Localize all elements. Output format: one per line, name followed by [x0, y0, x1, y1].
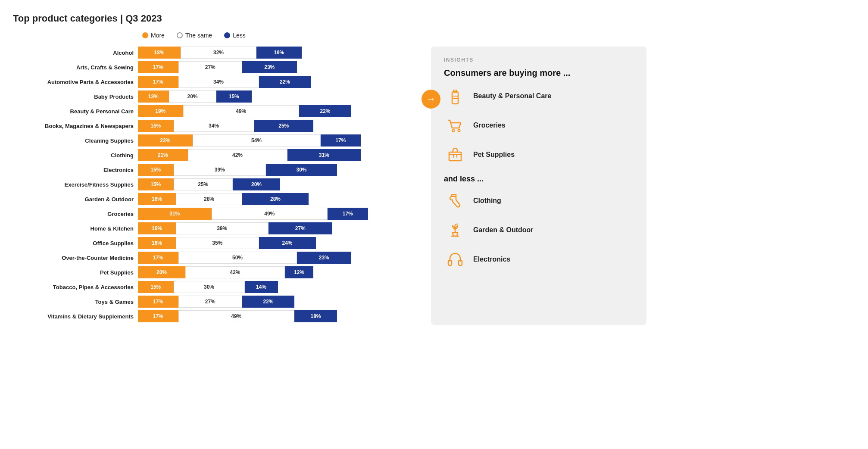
bar-same: 28% [176, 193, 242, 205]
insight-beauty: Beauty & Personal Care [444, 85, 634, 107]
bar-less: 31% [287, 149, 361, 161]
bar-group: 31%49%17% [138, 208, 422, 220]
bar-same: 27% [178, 61, 243, 73]
insight-groceries: Groceries [444, 114, 634, 137]
bar-less: 28% [242, 193, 309, 205]
clothing-label: Clothing [473, 197, 501, 205]
bar-group: 16%35%24% [138, 237, 422, 249]
bar-more: 17% [138, 296, 178, 308]
groceries-icon [444, 114, 466, 137]
bar-less: 25% [254, 120, 314, 132]
chart-row: Cleaning Supplies23%54%17% [13, 134, 422, 147]
svg-rect-0 [452, 92, 458, 104]
insight-clothing: Clothing [444, 190, 634, 212]
insight-garden: Garden & Outdoor [444, 219, 634, 241]
row-label: Vitamins & Dietary Supplements [13, 313, 138, 320]
bar-more: 15% [138, 164, 174, 176]
bar-more: 16% [138, 193, 176, 205]
chart-row: Electronics15%39%30% [13, 164, 422, 176]
bar-group: 17%34%22% [138, 76, 422, 88]
insights-panel: → INSIGHTS Consumers are buying more ...… [431, 47, 646, 325]
row-label: Beauty & Personal Care [13, 108, 138, 115]
same-label: The same [185, 32, 212, 39]
bar-less: 23% [297, 252, 352, 264]
bar-less: 14% [245, 281, 278, 293]
chart-row: Arts, Crafts & Sewing17%27%23% [13, 61, 422, 73]
row-label: Alcohol [13, 50, 138, 56]
chart-row: Exercise/Fitness Supplies15%25%20% [13, 178, 422, 190]
bar-more: 31% [138, 208, 212, 220]
less-heading: and less ... [444, 175, 634, 184]
row-label: Electronics [13, 167, 138, 173]
row-label: Exercise/Fitness Supplies [13, 181, 138, 188]
chart-row: Beauty & Personal Care19%49%22% [13, 105, 422, 117]
legend-same: The same [177, 32, 212, 39]
bar-less: 12% [285, 266, 313, 278]
bar-same: 34% [174, 120, 254, 132]
bar-group: 20%42%12% [138, 266, 422, 278]
groceries-label: Groceries [473, 122, 506, 129]
bar-same: 39% [176, 222, 269, 234]
bar-group: 21%42%31% [138, 149, 422, 161]
row-label: Arts, Crafts & Sewing [13, 64, 138, 71]
row-label: Tobacco, Pipes & Accessories [13, 284, 138, 290]
clothing-icon [444, 190, 466, 212]
pet-icon [444, 143, 466, 166]
chart-row: Vitamins & Dietary Supplements17%49%18% [13, 310, 422, 322]
bar-less: 19% [256, 47, 302, 59]
row-label: Pet Supplies [13, 269, 138, 276]
bar-same: 30% [174, 281, 245, 293]
bar-less: 22% [259, 76, 311, 88]
chart-row: Garden & Outdoor16%28%28% [13, 193, 422, 205]
same-dot [177, 32, 183, 38]
bar-more: 15% [138, 281, 174, 293]
less-label: Less [233, 32, 246, 39]
row-label: Automotive Parts & Accessories [13, 79, 138, 85]
bar-same: 35% [176, 237, 259, 249]
row-label: Over-the-Counter Medicine [13, 255, 138, 261]
bar-same: 42% [185, 266, 285, 278]
svg-point-4 [453, 130, 455, 132]
chart-row: Automotive Parts & Accessories17%34%22% [13, 76, 422, 88]
row-label: Office Supplies [13, 240, 138, 246]
bar-more: 17% [138, 76, 178, 88]
chart-row: Groceries31%49%17% [13, 208, 422, 220]
row-label: Toys & Games [13, 299, 138, 305]
electronics-label: Electronics [473, 256, 510, 263]
legend-less: Less [224, 32, 246, 39]
less-dot [224, 32, 230, 38]
bar-group: 15%34%25% [138, 120, 422, 132]
bar-group: 18%32%19% [138, 47, 422, 59]
legend: More The same Less [142, 32, 855, 39]
bar-less: 24% [259, 237, 316, 249]
bar-same: 34% [178, 76, 259, 88]
bar-same: 25% [174, 178, 233, 190]
chart-row: Books, Magazines & Newspapers15%34%25% [13, 120, 422, 132]
bar-group: 15%25%20% [138, 178, 422, 190]
bar-same: 54% [193, 134, 321, 147]
bar-same: 20% [169, 90, 216, 103]
garden-icon [444, 219, 466, 241]
chart-row: Pet Supplies20%42%12% [13, 266, 422, 278]
insights-heading: Consumers are buying more ... [444, 68, 634, 78]
row-label: Cleaning Supplies [13, 137, 138, 144]
bar-group: 16%28%28% [138, 193, 422, 205]
svg-rect-6 [449, 152, 461, 161]
row-label: Home & Kitchen [13, 225, 138, 232]
svg-point-5 [458, 130, 460, 132]
bar-group: 17%27%23% [138, 61, 422, 73]
bar-group: 17%49%18% [138, 310, 422, 322]
bar-less: 17% [321, 134, 361, 147]
bar-more: 16% [138, 222, 176, 234]
bar-same: 49% [212, 208, 328, 220]
bar-same: 27% [178, 296, 243, 308]
legend-more: More [142, 32, 165, 39]
bar-more: 15% [138, 178, 174, 190]
bar-more: 16% [138, 237, 176, 249]
bar-group: 15%39%30% [138, 164, 422, 176]
pet-label: Pet Supplies [473, 151, 515, 159]
bar-same: 49% [178, 310, 295, 322]
beauty-icon [444, 85, 466, 107]
more-label: More [151, 32, 165, 39]
bar-more: 13% [138, 90, 169, 103]
